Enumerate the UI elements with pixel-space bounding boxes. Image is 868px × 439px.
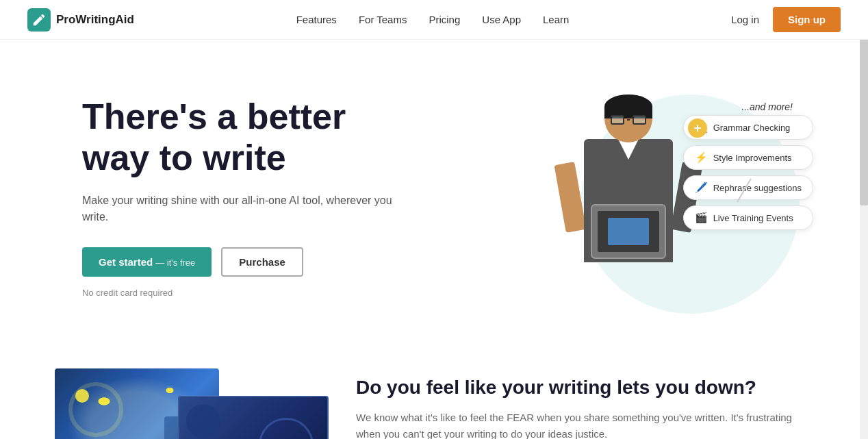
nav-actions: Log in Sign up — [731, 7, 841, 32]
nav-links: Features For Teams Pricing Use App Learn — [296, 14, 570, 26]
main-nav: ProWritingAid Features For Teams Pricing… — [0, 0, 868, 40]
section2-body: We know what it's like to feel the FEAR … — [356, 410, 813, 439]
more-label: ...and more! — [741, 101, 793, 112]
section2-title: Do you feel like your writing lets you d… — [356, 375, 813, 400]
person-arm-left — [554, 162, 587, 233]
painting-overlay-second — [178, 396, 329, 439]
nav-learn[interactable]: Learn — [543, 14, 569, 25]
purchase-button[interactable]: Purchase — [221, 247, 303, 277]
signup-button[interactable]: Sign up — [773, 7, 841, 32]
nav-for-teams[interactable]: For Teams — [359, 14, 407, 25]
hero-subtitle: Make your writing shine with our all-in-… — [82, 192, 411, 225]
scrollbar-track[interactable] — [860, 0, 868, 439]
no-credit-card-note: No credit card required — [82, 288, 411, 298]
feature-card-rephrase: 🖊️ Rephrase suggestions — [683, 175, 813, 200]
nav-pricing[interactable]: Pricing — [429, 14, 460, 25]
plus-decoration: + — [688, 118, 707, 138]
painting-container: My idea in my head — [55, 368, 315, 439]
section2-text: Do you feel like your writing lets you d… — [356, 368, 813, 439]
hero-title: There's a better way to write — [82, 97, 411, 179]
hero-person-illustration — [567, 95, 690, 300]
style-icon: ⚡ — [695, 151, 708, 164]
person-glasses — [611, 115, 646, 125]
rephrase-icon: 🖊️ — [695, 181, 708, 194]
second-section: My idea in my head Do you feel like your… — [0, 341, 868, 439]
logo-icon — [27, 8, 51, 32]
laptop-illustration — [591, 204, 666, 259]
training-icon: 🎬 — [695, 212, 708, 224]
hero-buttons: Get started— it's free Purchase — [82, 247, 411, 277]
feature-card-style: ⚡ Style Improvements — [683, 145, 813, 170]
nav-use-app[interactable]: Use App — [482, 14, 521, 25]
hero-section: There's a better way to write Make your … — [0, 40, 868, 341]
get-started-button[interactable]: Get started— it's free — [82, 247, 212, 277]
login-link[interactable]: Log in — [731, 14, 759, 25]
logo-text: ProWritingAid — [56, 13, 134, 27]
hero-illustration: ✏️ Grammar Checking ⚡ Style Improvements… — [526, 81, 813, 314]
feature-card-training: 🎬 Live Training Events — [683, 205, 813, 230]
hero-content: There's a better way to write Make your … — [82, 97, 411, 298]
nav-features[interactable]: Features — [296, 14, 337, 25]
logo-link[interactable]: ProWritingAid — [27, 8, 134, 32]
